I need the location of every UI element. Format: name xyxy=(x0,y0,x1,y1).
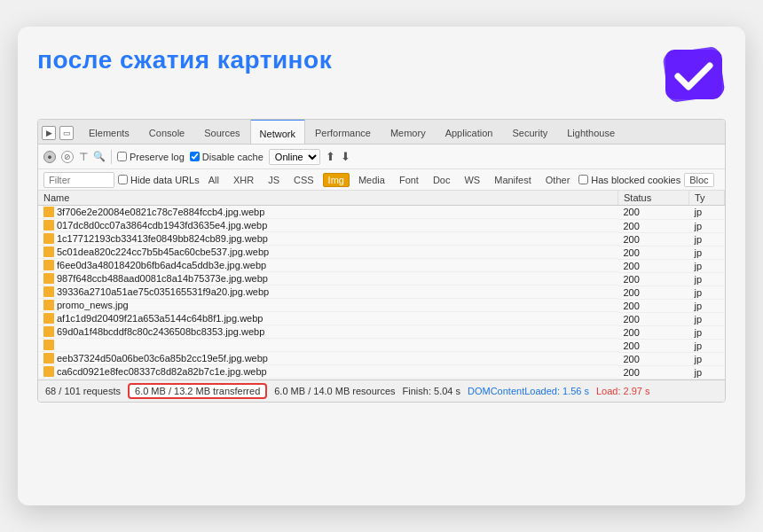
file-icon xyxy=(43,273,54,284)
tab-console[interactable]: Console xyxy=(139,119,194,144)
network-table: Name Status Ty 3f706e2e20084e0821c78c7e8… xyxy=(38,191,725,379)
file-icon xyxy=(43,246,54,257)
row-status: 200 xyxy=(618,312,689,325)
tab-sources[interactable]: Sources xyxy=(194,119,249,144)
table-row[interactable]: 1c17712193cb33413fe0849bb824cb89.jpg.web… xyxy=(38,232,725,246)
toolbar-separator-1 xyxy=(111,150,112,164)
filter-doc[interactable]: Doc xyxy=(428,173,456,187)
tab-elements[interactable]: Elements xyxy=(79,119,139,144)
table-row[interactable]: eeb37324d50a06be03c6a85b2cc19e5f.jpg.web… xyxy=(38,352,725,365)
row-status: 200 xyxy=(618,339,689,352)
has-blocked-cookies-label[interactable]: Has blocked cookies xyxy=(578,175,680,185)
table-row[interactable]: f6ee0d3a48018420b6fb6ad4ca5ddb3e.jpg.web… xyxy=(38,259,725,272)
row-name: f6ee0d3a48018420b6fb6ad4ca5ddb3e.jpg.web… xyxy=(38,259,618,272)
table-row[interactable]: 5c01dea820c224cc7b5b45ac60cbe537.jpg.web… xyxy=(38,246,725,259)
device-icon[interactable]: ▭ xyxy=(59,126,74,140)
filter-js[interactable]: JS xyxy=(263,173,285,187)
devtools-tab-icons: ▶ ▭ xyxy=(42,126,74,144)
filter-font[interactable]: Font xyxy=(394,173,424,187)
col-type[interactable]: Ty xyxy=(689,191,725,206)
preserve-log-checkbox[interactable] xyxy=(117,152,127,161)
filter-img[interactable]: Img xyxy=(323,173,350,187)
network-toolbar: ● ⊘ ⊤ 🔍 Preserve log Disable cache Onlin… xyxy=(38,145,725,169)
table-row[interactable]: af1c1d9d20409f21a653a5144c64b8f1.jpg.web… xyxy=(38,312,725,325)
tab-performance[interactable]: Performance xyxy=(305,119,381,144)
table-row[interactable]: promo_news.jpg200jp xyxy=(38,299,725,312)
row-type: jp xyxy=(689,272,725,286)
filter-css[interactable]: CSS xyxy=(288,173,319,187)
table-row[interactable]: 3f706e2e20084e0821c78c7e884fccb4.jpg.web… xyxy=(38,206,725,220)
row-type: jp xyxy=(689,325,725,339)
filter-xhr[interactable]: XHR xyxy=(228,173,259,187)
filter-bar: Hide data URLs All XHR JS CSS Img Media … xyxy=(38,169,725,191)
row-name: ca6cd0921e8fec08337c8d82a82b7c1e.jpg.web… xyxy=(38,365,618,379)
has-blocked-cookies-checkbox[interactable] xyxy=(578,175,588,184)
download-icon[interactable]: ⬇ xyxy=(341,150,350,163)
file-icon xyxy=(43,353,54,364)
row-type: jp xyxy=(689,365,725,379)
file-icon xyxy=(43,220,54,231)
preserve-log-label[interactable]: Preserve log xyxy=(117,152,185,162)
search-icon[interactable]: 🔍 xyxy=(93,151,106,162)
row-status: 200 xyxy=(618,219,689,232)
tab-lighthouse[interactable]: Lighthouse xyxy=(557,119,625,144)
hide-data-urls-checkbox[interactable] xyxy=(118,175,128,184)
row-status: 200 xyxy=(618,246,689,259)
record-button[interactable]: ● xyxy=(43,151,56,163)
upload-icon[interactable]: ⬆ xyxy=(326,150,335,163)
resources-size: 6.0 MB / 14.0 MB resources xyxy=(274,386,395,396)
table-row[interactable]: 200jp xyxy=(38,339,725,352)
page-title: после сжатия картинок xyxy=(37,46,332,74)
logo-icon xyxy=(662,43,726,106)
transferred-size: 6.0 MB / 13.2 MB transferred xyxy=(128,383,267,399)
table-row[interactable]: ca6cd0921e8fec08337c8d82a82b7c1e.jpg.web… xyxy=(38,365,725,379)
filter-blocked[interactable]: Bloc xyxy=(684,173,713,187)
status-bar: 68 / 101 requests 6.0 MB / 13.2 MB trans… xyxy=(38,379,725,402)
clear-button[interactable]: ⊘ xyxy=(61,151,74,163)
row-type: jp xyxy=(689,246,725,259)
table-row[interactable]: 017dc8d0cc07a3864cdb1943fd3635e4.jpg.web… xyxy=(38,219,725,232)
filter-input[interactable] xyxy=(43,172,114,188)
filter-all[interactable]: All xyxy=(203,173,224,187)
file-icon xyxy=(43,366,54,377)
table-row[interactable]: 987f648ccb488aad0081c8a14b75373e.jpg.web… xyxy=(38,272,725,286)
col-name[interactable]: Name xyxy=(38,191,618,206)
file-icon xyxy=(43,300,54,310)
filter-media[interactable]: Media xyxy=(353,173,390,187)
inspect-icon[interactable]: ▶ xyxy=(42,126,56,140)
filter-icon[interactable]: ⊤ xyxy=(79,151,88,163)
hide-data-urls-label[interactable]: Hide data URLs xyxy=(118,175,200,185)
filter-other[interactable]: Other xyxy=(540,173,576,187)
tab-network[interactable]: Network xyxy=(250,119,305,144)
row-name: 017dc8d0cc07a3864cdb1943fd3635e4.jpg.web… xyxy=(38,219,618,232)
row-name: eeb37324d50a06be03c6a85b2cc19e5f.jpg.web… xyxy=(38,352,618,365)
network-table-scroll[interactable]: Name Status Ty 3f706e2e20084e0821c78c7e8… xyxy=(38,191,725,379)
tab-memory[interactable]: Memory xyxy=(381,119,436,144)
tab-security[interactable]: Security xyxy=(502,119,557,144)
filter-ws[interactable]: WS xyxy=(459,173,485,187)
header-row: после сжатия картинок xyxy=(37,43,726,106)
row-name: 1c17712193cb33413fe0849bb824cb89.jpg.web… xyxy=(38,232,618,246)
disable-cache-checkbox[interactable] xyxy=(190,152,200,161)
table-row[interactable]: 69d0a1f48bcddf8c80c2436508bc8353.jpg.web… xyxy=(38,325,725,339)
row-status: 200 xyxy=(618,352,689,365)
row-name: af1c1d9d20409f21a653a5144c64b8f1.jpg.web… xyxy=(38,312,618,325)
file-icon xyxy=(43,286,54,297)
disable-cache-label[interactable]: Disable cache xyxy=(190,152,264,162)
tab-application[interactable]: Application xyxy=(436,119,503,144)
devtools-panel: ▶ ▭ Elements Console Sources Network Per… xyxy=(37,119,726,403)
row-type: jp xyxy=(689,219,725,232)
network-throttle-select[interactable]: Online xyxy=(269,149,320,165)
file-icon xyxy=(43,207,54,217)
dom-content-loaded: DOMContentLoaded: 1.56 s xyxy=(468,386,589,396)
table-row[interactable]: 39336a2710a51ae75c035165531f9a20.jpg.web… xyxy=(38,286,725,299)
filter-manifest[interactable]: Manifest xyxy=(489,173,537,187)
row-name: 3f706e2e20084e0821c78c7e884fccb4.jpg.web… xyxy=(38,206,618,219)
row-type: jp xyxy=(689,339,725,352)
row-status: 200 xyxy=(618,272,689,286)
file-icon xyxy=(43,233,54,244)
col-status[interactable]: Status xyxy=(618,191,689,206)
file-icon xyxy=(43,326,54,337)
row-type: jp xyxy=(689,232,725,246)
svg-rect-2 xyxy=(665,50,722,99)
